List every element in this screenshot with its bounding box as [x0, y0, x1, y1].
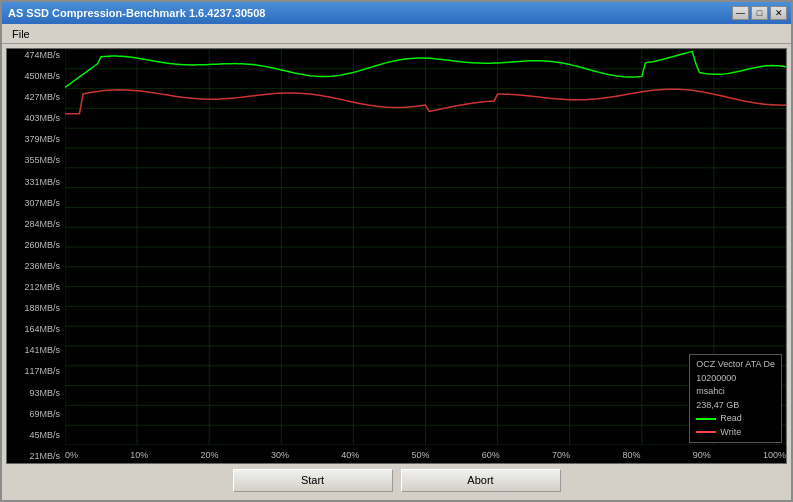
legend-box: OCZ Vector ATA De 10200000 msahci 238,47…: [689, 354, 782, 443]
file-menu[interactable]: File: [6, 26, 36, 42]
title-bar: AS SSD Compression-Benchmark 1.6.4237.30…: [2, 2, 791, 24]
y-axis-label: 450MB/s: [7, 72, 63, 81]
write-line-indicator: [696, 431, 716, 433]
y-axis: 474MB/s450MB/s427MB/s403MB/s379MB/s355MB…: [7, 49, 65, 463]
x-axis-label: 50%: [411, 450, 429, 460]
y-axis-label: 117MB/s: [7, 367, 63, 376]
y-axis-label: 379MB/s: [7, 135, 63, 144]
minimize-button[interactable]: —: [732, 6, 749, 20]
y-axis-label: 331MB/s: [7, 178, 63, 187]
y-axis-label: 212MB/s: [7, 283, 63, 292]
close-button[interactable]: ✕: [770, 6, 787, 20]
bottom-bar: Start Abort: [6, 464, 787, 496]
main-content: 474MB/s450MB/s427MB/s403MB/s379MB/s355MB…: [2, 44, 791, 500]
y-axis-label: 21MB/s: [7, 452, 63, 461]
chart-plot: [65, 49, 786, 445]
legend-number: 10200000: [696, 372, 775, 386]
x-axis-label: 40%: [341, 450, 359, 460]
y-axis-label: 284MB/s: [7, 220, 63, 229]
y-axis-label: 403MB/s: [7, 114, 63, 123]
window-title: AS SSD Compression-Benchmark 1.6.4237.30…: [8, 7, 265, 19]
menu-bar: File: [2, 24, 791, 44]
y-axis-label: 141MB/s: [7, 346, 63, 355]
legend-write-row: Write: [696, 426, 775, 440]
chart-area: 0%10%20%30%40%50%60%70%80%90%100%: [65, 49, 786, 463]
y-axis-label: 236MB/s: [7, 262, 63, 271]
y-axis-label: 355MB/s: [7, 156, 63, 165]
x-axis: 0%10%20%30%40%50%60%70%80%90%100%: [65, 445, 786, 463]
chart-container: 474MB/s450MB/s427MB/s403MB/s379MB/s355MB…: [6, 48, 787, 464]
y-axis-label: 260MB/s: [7, 241, 63, 250]
x-axis-label: 10%: [130, 450, 148, 460]
x-axis-label: 100%: [763, 450, 786, 460]
y-axis-label: 188MB/s: [7, 304, 63, 313]
legend-read-row: Read: [696, 412, 775, 426]
x-axis-label: 30%: [271, 450, 289, 460]
legend-device: OCZ Vector ATA De: [696, 358, 775, 372]
start-button[interactable]: Start: [233, 469, 393, 492]
legend-size: 238,47 GB: [696, 399, 775, 413]
title-buttons: — □ ✕: [732, 6, 787, 20]
y-axis-label: 427MB/s: [7, 93, 63, 102]
y-axis-label: 474MB/s: [7, 51, 63, 60]
x-axis-label: 20%: [201, 450, 219, 460]
legend-driver: msahci: [696, 385, 775, 399]
maximize-button[interactable]: □: [751, 6, 768, 20]
x-axis-label: 60%: [482, 450, 500, 460]
x-axis-label: 80%: [622, 450, 640, 460]
abort-button[interactable]: Abort: [401, 469, 561, 492]
y-axis-label: 69MB/s: [7, 410, 63, 419]
main-window: AS SSD Compression-Benchmark 1.6.4237.30…: [0, 0, 793, 502]
y-axis-label: 45MB/s: [7, 431, 63, 440]
legend-write-label: Write: [720, 426, 741, 440]
x-axis-label: 70%: [552, 450, 570, 460]
y-axis-label: 93MB/s: [7, 389, 63, 398]
y-axis-label: 307MB/s: [7, 199, 63, 208]
x-axis-label: 90%: [693, 450, 711, 460]
x-axis-label: 0%: [65, 450, 78, 460]
legend-read-label: Read: [720, 412, 742, 426]
y-axis-label: 164MB/s: [7, 325, 63, 334]
read-line-indicator: [696, 418, 716, 420]
